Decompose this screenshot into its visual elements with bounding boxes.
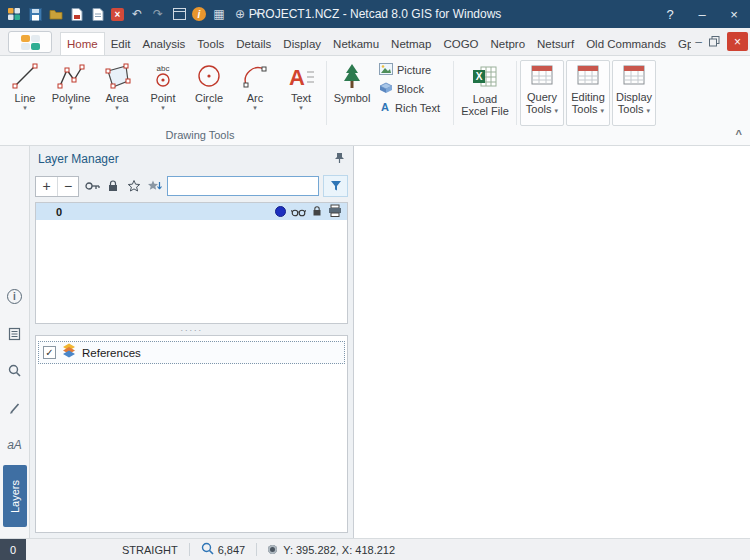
layers-panel-tab[interactable]: Layers (3, 465, 27, 527)
tab-old-commands[interactable]: Old Commands (580, 32, 672, 55)
text-style-panel-button[interactable]: aA (6, 436, 23, 453)
display-tools-icon (623, 65, 645, 89)
zoom-value: 6,847 (218, 544, 246, 556)
key-icon[interactable] (83, 178, 100, 195)
info-panel-button[interactable]: i (6, 288, 23, 305)
collapse-ribbon-icon[interactable]: ^ (736, 128, 742, 140)
notebook-panel-button[interactable] (6, 325, 23, 342)
query-tools-button[interactable]: Query Tools ▾ (520, 60, 564, 126)
panel-splitter[interactable]: ····· (30, 324, 353, 335)
point-button[interactable]: abc Point ▾ (140, 58, 186, 128)
layer-color-icon[interactable] (275, 206, 286, 217)
tab-tools[interactable]: Tools (191, 32, 230, 55)
tab-details[interactable]: Details (230, 32, 277, 55)
magnifier-icon (201, 542, 214, 557)
redo-icon[interactable]: ↷ (150, 6, 166, 22)
tab-netpro[interactable]: Netpro (485, 32, 532, 55)
target-icon[interactable]: ⊕ (232, 6, 248, 22)
arc-label: Arc (247, 92, 264, 104)
arc-button[interactable]: Arc ▾ (232, 58, 278, 128)
editing-tools-icon (577, 65, 599, 89)
ribbon-tab-bar: Home Edit Analysis Tools Details Display… (0, 28, 750, 56)
filter-button[interactable] (323, 175, 348, 197)
excel-icon: X (472, 61, 498, 93)
grid-icon[interactable]: ▦ (211, 6, 227, 22)
lock-icon[interactable] (104, 178, 121, 195)
layer-list: 0 (35, 202, 348, 324)
save-icon[interactable] (27, 6, 43, 22)
display-tools-button[interactable]: Display Tools ▾ (612, 60, 656, 126)
ribbon-separator (516, 61, 517, 125)
save-as-icon[interactable] (69, 6, 85, 22)
remove-layer-button[interactable]: − (57, 177, 78, 196)
text-button[interactable]: A Text ▾ (278, 58, 324, 128)
picture-label: Picture (397, 64, 431, 76)
tab-netsurf[interactable]: Netsurf (531, 32, 580, 55)
left-tool-strip: i aA Layers (0, 146, 30, 538)
netcad-window: × ↶ ↷ i ▦ ⊕ ▾ PROJECT1.NCZ - Netcad 8.0 … (0, 0, 750, 560)
area-button[interactable]: Area ▾ (94, 58, 140, 128)
load-excel-file-button[interactable]: X Load Excel File (456, 58, 514, 128)
help-button[interactable]: ? (654, 0, 686, 28)
undo-icon[interactable]: ↶ (129, 6, 145, 22)
drawing-canvas[interactable] (354, 146, 750, 538)
line-icon (11, 60, 39, 92)
lock-layer-icon[interactable] (311, 203, 323, 221)
window-icon[interactable] (171, 6, 187, 22)
layer-row[interactable]: 0 (36, 203, 347, 220)
tab-home[interactable]: Home (60, 32, 105, 55)
references-checkbox[interactable]: ✓ (43, 346, 56, 359)
references-row[interactable]: ✓ References (38, 341, 345, 364)
tab-cogo[interactable]: COGO (437, 32, 484, 55)
circle-button[interactable]: Circle ▾ (186, 58, 232, 128)
rich-text-button[interactable]: A Rich Text (379, 101, 449, 115)
layer-manager-title: Layer Manager (38, 152, 334, 166)
block-button[interactable]: Block (379, 82, 449, 96)
dropdown-icon: ▾ (207, 104, 211, 112)
tab-analysis[interactable]: Analysis (137, 32, 192, 55)
dropdown-icon: ▾ (299, 104, 303, 112)
open-folder-icon[interactable] (48, 6, 64, 22)
star-icon[interactable] (125, 178, 142, 195)
status-separator (189, 543, 190, 556)
symbol-button[interactable]: Symbol (329, 58, 375, 128)
tab-netmap[interactable]: Netmap (385, 32, 437, 55)
document-minimize-button[interactable]: – (695, 35, 702, 49)
document-restore-icon[interactable] (709, 36, 720, 47)
coordinates-indicator: Y: 395.282, X: 418.212 (268, 544, 395, 556)
svg-text:A: A (381, 101, 389, 113)
star-arrow-icon[interactable] (146, 178, 163, 195)
query-tools-icon (531, 65, 553, 89)
close-button[interactable]: × (718, 0, 750, 28)
block-icon (379, 82, 393, 96)
search-panel-button[interactable] (6, 362, 23, 379)
delete-icon[interactable]: × (111, 8, 124, 21)
application-menu-button[interactable] (8, 31, 52, 53)
qat-menu-icon[interactable]: ▾ (253, 6, 263, 22)
tab-netkamu[interactable]: Netkamu (327, 32, 385, 55)
pin-icon[interactable] (334, 150, 345, 168)
glasses-visibility-icon[interactable] (291, 203, 306, 221)
tab-edit[interactable]: Edit (105, 32, 137, 55)
picture-button[interactable]: Picture (379, 63, 449, 77)
new-document-icon[interactable] (90, 6, 106, 22)
draw-mode-indicator[interactable]: STRAIGHT (122, 544, 178, 556)
text-icon: A (287, 60, 315, 92)
editing-tools-button[interactable]: Editing Tools ▾ (566, 60, 610, 126)
add-layer-button[interactable]: + (36, 177, 57, 196)
polyline-icon (57, 60, 85, 92)
ribbon: Line ▾ Polyline ▾ Area ▾ abc (0, 56, 750, 146)
circle-icon (195, 60, 223, 92)
layer-row-icons (275, 203, 342, 221)
document-close-button[interactable]: × (727, 32, 748, 51)
info-icon[interactable]: i (192, 7, 206, 21)
pen-panel-button[interactable] (6, 399, 23, 416)
insert-small-buttons: Picture Block A Rich Text (375, 58, 451, 128)
app-icon[interactable] (6, 6, 22, 22)
minimize-button[interactable]: – (686, 0, 718, 28)
line-button[interactable]: Line ▾ (2, 58, 48, 128)
printer-icon[interactable] (328, 203, 342, 221)
polyline-button[interactable]: Polyline ▾ (48, 58, 94, 128)
tab-display[interactable]: Display (277, 32, 327, 55)
layer-search-input[interactable] (167, 176, 319, 196)
